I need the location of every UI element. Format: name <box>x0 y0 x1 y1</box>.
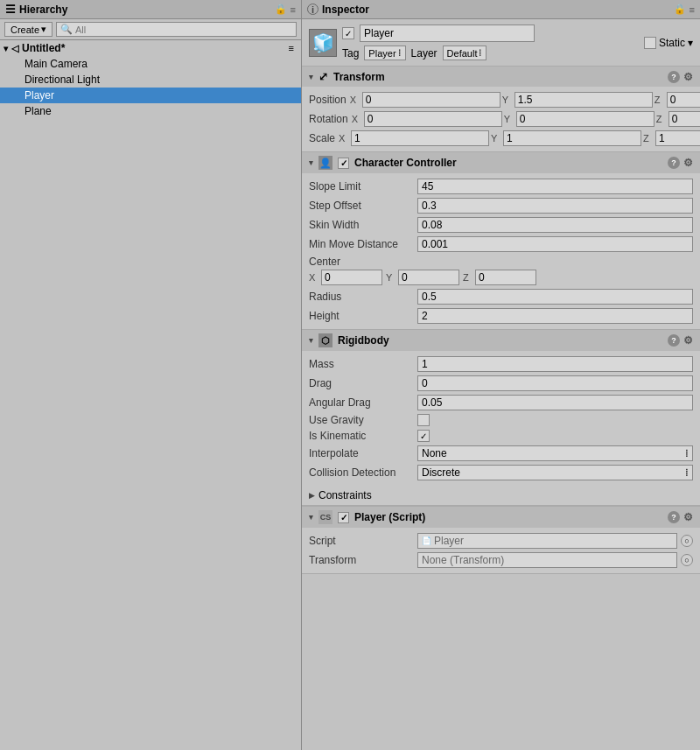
inspector-header: i Inspector 🔒 ≡ <box>302 0 700 19</box>
angular-drag-input[interactable] <box>417 395 693 410</box>
center-y-input[interactable] <box>398 270 459 285</box>
static-dropdown-icon[interactable]: ▾ <box>688 37 693 49</box>
collision-value: Discrete <box>422 466 460 479</box>
center-x-group: X <box>309 270 382 285</box>
scene-menu-icon[interactable]: ≡ <box>289 43 294 53</box>
position-xyz: X Y Z <box>350 92 700 108</box>
constraints-collapse-icon[interactable]: ▶ <box>309 491 315 500</box>
rotation-y-input[interactable] <box>516 111 654 127</box>
use-gravity-checkbox[interactable] <box>417 414 430 426</box>
position-label: Position <box>309 94 346 106</box>
ps-header: ▾ CS Player (Script) ? ⚙ <box>302 507 700 528</box>
scale-y-input[interactable] <box>503 130 641 146</box>
create-label: Create <box>10 25 39 35</box>
rb-header: ▾ ⬡ Rigidbody ? ⚙ <box>302 330 700 351</box>
create-button[interactable]: Create ▾ <box>4 22 52 37</box>
rotation-z-input[interactable] <box>668 111 700 127</box>
layer-value: Default <box>447 48 478 59</box>
collision-dropdown-icon: ⁞ <box>685 466 689 479</box>
rb-title: Rigidbody <box>338 334 389 347</box>
transform-info-icon[interactable]: ? <box>668 71 680 83</box>
pos-x-label: X <box>350 95 360 105</box>
center-x-input[interactable] <box>321 270 382 285</box>
slope-limit-label: Slope Limit <box>309 180 414 193</box>
angular-drag-label: Angular Drag <box>309 396 414 409</box>
scale-x-input[interactable] <box>351 130 489 146</box>
rb-gear-icon[interactable]: ⚙ <box>683 334 693 347</box>
drag-input[interactable] <box>417 375 693 391</box>
scene-arrow-icon: ▾ <box>4 44 8 53</box>
ps-component-icon: CS <box>318 510 332 524</box>
cc-info-icon[interactable]: ? <box>668 157 680 169</box>
step-offset-input[interactable] <box>417 198 693 214</box>
ps-info-icon[interactable]: ? <box>668 511 680 523</box>
rb-collapse-icon[interactable]: ▾ <box>309 336 313 345</box>
position-x-input[interactable] <box>362 92 500 108</box>
center-z-input[interactable] <box>475 270 536 285</box>
cc-collapse-icon[interactable]: ▾ <box>309 158 313 167</box>
static-label: Static <box>659 37 685 49</box>
inspector-options-icon[interactable]: ≡ <box>690 4 695 15</box>
script-value-field: 📄 Player <box>417 533 677 549</box>
use-gravity-label: Use Gravity <box>309 414 414 426</box>
list-item[interactable]: Player <box>0 88 301 103</box>
is-kinematic-checkbox[interactable] <box>417 430 430 442</box>
tag-dropdown[interactable]: Player ⁞ <box>364 46 405 60</box>
min-move-label: Min Move Distance <box>309 238 414 250</box>
list-item[interactable]: Plane <box>0 103 301 119</box>
script-row: Script 📄 Player ○ <box>309 531 693 550</box>
hierarchy-lock-icon[interactable]: 🔒 <box>275 4 287 16</box>
collision-dropdown[interactable]: Discrete ⁞ <box>417 465 693 480</box>
scale-z-input[interactable] <box>655 130 700 146</box>
scale-xyz: X Y Z <box>339 130 700 146</box>
ps-active-checkbox[interactable] <box>338 512 349 523</box>
ps-transform-picker-button[interactable]: ○ <box>681 554 693 566</box>
rotation-xyz: X Y Z <box>352 111 700 127</box>
list-item[interactable]: Main Camera <box>0 56 301 72</box>
min-move-input[interactable] <box>417 236 693 252</box>
object-name-input[interactable] <box>360 25 535 42</box>
cc-header: ▾ 👤 Character Controller ? ⚙ <box>302 152 700 173</box>
skin-width-input[interactable] <box>417 217 693 233</box>
list-item[interactable]: Directional Light <box>0 72 301 88</box>
transform-collapse-icon[interactable]: ▾ <box>309 73 313 81</box>
height-input[interactable] <box>417 308 693 324</box>
rb-body: Mass Drag Angular Drag Use Gravity Is Ki… <box>302 351 700 486</box>
inspector-info-icon: i <box>307 4 318 15</box>
interpolate-dropdown[interactable]: None ⁞ <box>417 445 693 461</box>
transform-gear-icon[interactable]: ⚙ <box>683 71 693 83</box>
constraints-row: ▶ Constraints <box>302 486 700 506</box>
object-name-row: Tag Player ⁞ Layer Default ⁞ <box>342 25 639 60</box>
slope-limit-input[interactable] <box>417 179 693 194</box>
search-input[interactable] <box>75 25 292 35</box>
rb-info-icon[interactable]: ? <box>668 334 680 347</box>
scene-root-item[interactable]: ▾ ◁ Untitled* ≡ <box>0 40 301 56</box>
position-y-input[interactable] <box>514 92 653 108</box>
scene-name: Untitled* <box>22 42 65 54</box>
position-z-input[interactable] <box>667 92 700 108</box>
center-label: Center <box>309 256 414 268</box>
static-checkbox[interactable] <box>644 37 656 49</box>
cc-active-checkbox[interactable] <box>338 158 349 169</box>
static-checkbox-group: Static ▾ <box>644 37 693 49</box>
hierarchy-options-icon[interactable]: ≡ <box>290 4 296 15</box>
object-header: 🧊 Tag Player ⁞ Layer Default ⁞ <box>302 19 700 67</box>
script-picker-button[interactable]: ○ <box>681 535 693 547</box>
inspector-lock-icon[interactable]: 🔒 <box>674 4 686 16</box>
ps-gear-icon[interactable]: ⚙ <box>683 511 693 523</box>
cc-body: Slope Limit Step Offset Skin Width Min M… <box>302 173 700 329</box>
rb-component-icon: ⬡ <box>318 333 332 347</box>
mass-input[interactable] <box>417 356 693 372</box>
cc-title: Character Controller <box>354 157 457 169</box>
layer-dropdown[interactable]: Default ⁞ <box>443 46 487 60</box>
cc-gear-icon[interactable]: ⚙ <box>683 157 693 169</box>
transform-icon: ⤢ <box>318 70 328 83</box>
ps-collapse-icon[interactable]: ▾ <box>309 513 313 522</box>
create-dropdown-icon: ▾ <box>41 24 46 35</box>
step-offset-label: Step Offset <box>309 200 414 212</box>
scale-y-label: Y <box>491 133 501 144</box>
object-active-checkbox[interactable] <box>342 27 354 39</box>
rotation-x-input[interactable] <box>364 111 502 127</box>
hierarchy-title-text: Hierarchy <box>19 4 67 16</box>
radius-input[interactable] <box>417 289 693 305</box>
